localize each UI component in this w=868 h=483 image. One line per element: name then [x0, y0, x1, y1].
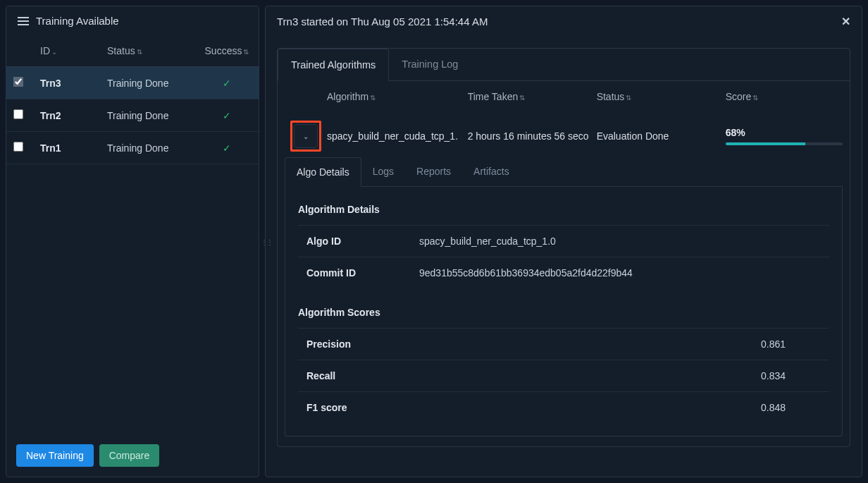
training-id: Trn3 — [40, 78, 107, 89]
training-row[interactable]: Trn3 Training Done ✓ — [6, 67, 259, 99]
commit-id-row: Commit ID 9ed31b55c8d6b61bb36934edb05a2f… — [298, 257, 829, 288]
training-status: Training Done — [107, 78, 202, 89]
training-list-footer: New Training Compare — [6, 434, 259, 477]
algo-time: 2 hours 16 minutes 56 seco — [468, 130, 597, 142]
algo-status: Evaluation Done — [597, 130, 726, 142]
col-algo-status[interactable]: Status⇅ — [597, 91, 726, 102]
sort-icon: ⇅ — [137, 48, 142, 56]
training-row[interactable]: Trn1 Training Done ✓ — [6, 132, 259, 164]
algo-scores-heading: Algorithm Scores — [298, 302, 829, 328]
recall-row: Recall 0.834 — [298, 360, 829, 391]
subtab-algo-details[interactable]: Algo Details — [285, 157, 361, 187]
algo-name: spacy_build_ner_cuda_tcp_1. — [327, 130, 468, 142]
detail-tabs: Trained Algorithms Training Log — [278, 49, 850, 81]
row-checkbox[interactable] — [13, 109, 23, 119]
menu-icon[interactable] — [18, 17, 29, 25]
chevron-down-icon: ⌄ — [303, 133, 309, 140]
success-check-icon: ✓ — [202, 142, 252, 154]
success-check-icon: ✓ — [202, 78, 252, 89]
new-training-button[interactable]: New Training — [16, 444, 94, 467]
training-id: Trn2 — [40, 110, 107, 121]
col-status[interactable]: Status⇅ — [107, 45, 202, 56]
score-bar-fill — [726, 142, 805, 145]
algo-table-header: Algorithm⇅ Time Taken⇅ Status⇅ Score⇅ — [278, 81, 850, 112]
training-status: Training Done — [107, 142, 202, 154]
precision-row: Precision 0.861 — [298, 328, 829, 360]
algo-id-row: Algo ID spacy_build_ner_cuda_tcp_1.0 — [298, 225, 829, 257]
training-id: Trn1 — [40, 142, 107, 154]
training-list-panel: Training Available ID⌄ Status⇅ Success⇅ … — [6, 6, 259, 477]
col-id[interactable]: ID⌄ — [40, 45, 107, 56]
expand-row-button[interactable]: ⌄ — [294, 124, 318, 148]
algo-row: ⌄ spacy_build_ner_cuda_tcp_1. 2 hours 16… — [278, 112, 850, 152]
row-checkbox[interactable] — [13, 77, 23, 87]
training-list-title: Training Available — [36, 15, 119, 27]
f1-row: F1 score 0.848 — [298, 391, 829, 423]
col-success[interactable]: Success⇅ — [202, 45, 252, 56]
tab-trained-algorithms[interactable]: Trained Algorithms — [278, 49, 389, 81]
detail-title: Trn3 started on Thu Aug 05 2021 1:54:44 … — [277, 16, 488, 27]
row-checkbox[interactable] — [13, 142, 23, 152]
col-score[interactable]: Score⇅ — [726, 91, 843, 102]
col-algorithm[interactable]: Algorithm⇅ — [327, 91, 468, 102]
resize-handle[interactable]: ⋮⋮ — [261, 238, 272, 245]
sort-icon: ⇅ — [243, 48, 249, 56]
col-time[interactable]: Time Taken⇅ — [468, 91, 597, 102]
training-detail-panel: Trn3 started on Thu Aug 05 2021 1:54:44 … — [265, 6, 862, 477]
training-table-header: ID⌄ Status⇅ Success⇅ — [6, 35, 259, 67]
detail-header: Trn3 started on Thu Aug 05 2021 1:54:44 … — [266, 6, 862, 37]
training-row[interactable]: Trn2 Training Done ✓ — [6, 99, 259, 132]
subtab-reports[interactable]: Reports — [405, 157, 462, 186]
algo-score: 68% — [726, 127, 843, 145]
algo-details-heading: Algorithm Details — [298, 200, 829, 225]
subtab-artifacts[interactable]: Artifacts — [462, 157, 521, 186]
tutorial-highlight: ⌄ — [290, 121, 321, 152]
chevron-down-icon: ⌄ — [51, 48, 57, 56]
success-check-icon: ✓ — [202, 110, 252, 121]
subtab-logs[interactable]: Logs — [361, 157, 405, 186]
training-status: Training Done — [107, 110, 202, 121]
training-list-header: Training Available — [6, 6, 259, 35]
close-icon[interactable]: ✕ — [841, 15, 850, 28]
algo-details-body: Algorithm Details Algo ID spacy_build_ne… — [285, 187, 843, 436]
compare-button[interactable]: Compare — [99, 444, 160, 467]
algo-subtabs: Algo Details Logs Reports Artifacts — [285, 157, 843, 187]
tab-training-log[interactable]: Training Log — [389, 49, 471, 80]
